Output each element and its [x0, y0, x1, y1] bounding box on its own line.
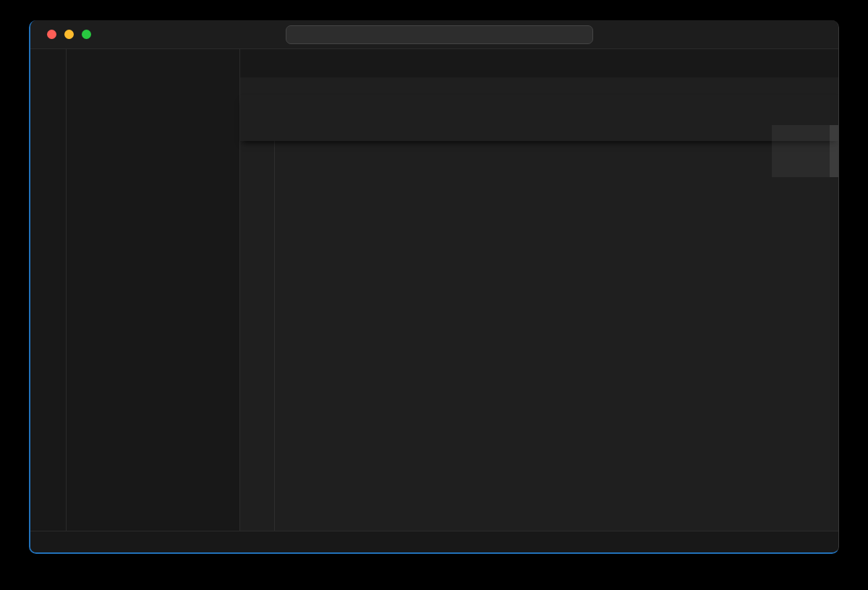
sticky-scroll	[240, 95, 838, 141]
minimap-slider[interactable]	[772, 125, 838, 177]
search-icon	[432, 30, 442, 40]
file-tree	[67, 111, 239, 531]
activity-bar	[30, 49, 67, 531]
history-nav	[240, 28, 276, 41]
chevron-right-icon	[69, 78, 81, 90]
status-bar	[30, 531, 838, 552]
forward-arrow-icon[interactable]	[263, 28, 276, 41]
minimize-window-button[interactable]	[64, 30, 74, 39]
close-window-button[interactable]	[47, 30, 56, 39]
project-root-section[interactable]	[67, 93, 239, 111]
chevron-down-icon	[69, 96, 81, 108]
back-arrow-icon[interactable]	[240, 28, 253, 41]
title-bar	[30, 20, 838, 49]
sidebar-header	[67, 49, 239, 74]
tab-bar	[240, 49, 838, 77]
zoom-window-button[interactable]	[82, 30, 91, 39]
overview-ruler[interactable]	[830, 49, 838, 531]
vscode-window	[29, 20, 839, 554]
window-controls	[47, 30, 91, 39]
editor-group	[240, 49, 838, 531]
open-editors-section[interactable]	[67, 74, 239, 93]
gutter-guide-line	[274, 141, 275, 531]
workbench	[30, 49, 838, 531]
breadcrumb	[240, 77, 838, 95]
sidebar-more-icon[interactable]	[215, 56, 226, 68]
code-area[interactable]	[240, 141, 838, 531]
explorer-sidebar	[67, 49, 240, 531]
command-center-search[interactable]	[286, 25, 593, 44]
